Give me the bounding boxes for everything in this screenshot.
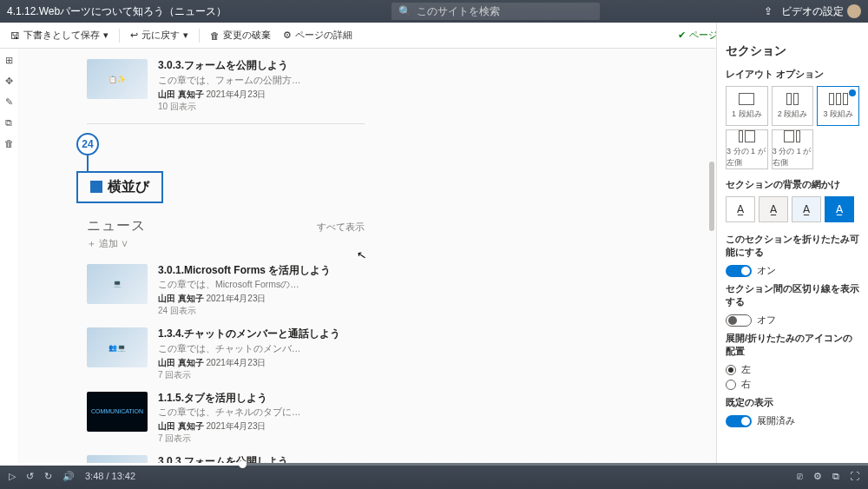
news-item-byline: 山田 真知子 2021年4月23日 [158, 89, 365, 101]
pane-heading: セクション [726, 43, 859, 59]
news-see-all-link[interactable]: すべて表示 [317, 221, 365, 234]
share-icon[interactable]: ⇪ [764, 5, 773, 17]
copy-section-button[interactable]: ⧉ [3, 116, 15, 129]
icon-position-label: 展開/折りたたみのアイコンの配置 [726, 332, 859, 358]
site-search[interactable]: 🔍 このサイトを検索 [391, 3, 600, 20]
video-settings-button[interactable]: ビデオの設定 [781, 4, 861, 19]
layout-option[interactable]: 2 段組み [772, 86, 814, 126]
captions-button[interactable]: ⎚ [797, 471, 803, 482]
chevron-down-icon: ▾ [183, 30, 188, 41]
callout-label: 横並び [108, 178, 149, 196]
news-item-views: 7 回表示 [158, 369, 365, 381]
news-item[interactable]: 📋✨ 3.0.3.フォームを公開しよう この章では、フォームの公開方… 山田 真… [87, 54, 365, 118]
news-thumbnail: 💻 [87, 455, 148, 463]
discard-changes-button[interactable]: 🗑 変更の破棄 [207, 26, 274, 44]
layout-option[interactable]: 3 分の 1 が右側 [772, 129, 814, 169]
collapsible-toggle[interactable]: オン [726, 264, 859, 277]
tutorial-callout: 24 横並び [76, 133, 716, 203]
forward-button[interactable]: ↻ [44, 471, 52, 482]
shade-neutral[interactable]: A̲ [759, 196, 788, 222]
canvas-scrollbar[interactable] [709, 162, 714, 231]
section-properties-pane: セクション レイアウト オプション 1 段組み2 段組み3 段組み3 分の 1 … [716, 23, 868, 463]
video-progress-bar[interactable] [0, 463, 868, 466]
news-item-byline: 山田 真知子 2021年4月23日 [158, 357, 365, 369]
divider [87, 123, 365, 124]
layout-option[interactable]: 3 段組み [817, 86, 859, 126]
news-item-byline: 山田 真知子 2021年4月23日 [158, 293, 365, 305]
layout-options-label: レイアウト オプション [726, 68, 859, 81]
section-shading-options: A̲ A̲ A̲ A̲ [726, 196, 859, 222]
avatar [847, 4, 861, 18]
news-webpart-header: ニュース すべて表示 [87, 217, 365, 235]
default-state-toggle[interactable]: 展開済み [726, 414, 859, 427]
news-item[interactable]: 💻 3.0.3.フォームを公開しよう この章では、フォームの公開方… 山田 真知… [87, 450, 365, 463]
video-title-bar: 4.1.12.Webパーツについて知ろう（ニュース） 🔍 このサイトを検索 ⇪ … [0, 0, 868, 23]
collapsible-label: このセクションを折りたたみ可能にする [726, 233, 859, 259]
news-thumbnail: 📋✨ [87, 59, 148, 99]
chevron-down-icon: ▾ [103, 30, 108, 41]
default-state-label: 既定の表示 [726, 396, 859, 409]
volume-button[interactable]: 🔊 [62, 471, 75, 482]
news-item-title: 3.0.3.フォームを公開しよう [158, 455, 365, 463]
news-item[interactable]: 👥💻 1.3.4.チャットのメンバーと通話しよう この章では、チャットのメンバ…… [87, 322, 365, 387]
fullscreen-button[interactable]: ⛶ [850, 471, 859, 482]
settings-gear-icon[interactable]: ⚙ [813, 471, 822, 482]
section-toolbox-rail: ⊞ ✥ ✎ ⧉ 🗑 [0, 49, 17, 463]
pip-button[interactable]: ⧉ [832, 471, 839, 482]
news-item-views: 7 回表示 [158, 433, 365, 445]
shade-none[interactable]: A̲ [726, 196, 755, 222]
news-item-desc: この章では、チャットのメンバ… [158, 343, 340, 355]
move-section-button[interactable]: ✥ [3, 75, 15, 87]
about-video-link[interactable]: ビデオについて ⧉ [736, 28, 812, 41]
rewind-button[interactable]: ↺ [26, 471, 34, 482]
add-section-button[interactable]: ⊞ [3, 54, 15, 66]
news-item-title: 1.1.5.タブを活用しよう [158, 392, 365, 406]
news-item-byline: 山田 真知子 2021年4月23日 [158, 420, 365, 433]
edit-section-button[interactable]: ✎ [3, 96, 15, 108]
callout-step-badge: 24 [76, 133, 99, 155]
layout-option[interactable]: 1 段組み [726, 86, 768, 126]
news-thumbnail: 💻 [87, 264, 148, 304]
news-item-desc: この章では、チャネルのタブに… [158, 406, 340, 419]
section-shading-label: セクションの背景の網かけ [726, 178, 859, 191]
page-canvas: 📋✨ 3.0.3.フォームを公開しよう この章では、フォームの公開方… 山田 真… [17, 49, 716, 463]
video-sublinks: ビデオについて ⧉ ヘルプ ⧉ [736, 23, 868, 45]
news-item-desc: この章では、Microsoft Formsの… [158, 279, 340, 291]
news-item-desc: この章では、フォームの公開方… [158, 75, 340, 87]
video-time: 3:48 / 13:42 [85, 471, 135, 481]
news-item-title: 3.0.1.Microsoft Forms を活用しよう [158, 264, 365, 278]
news-heading[interactable]: ニュース [87, 217, 146, 235]
news-thumbnail: 👥💻 [87, 327, 148, 367]
news-thumbnail: COMMUNICATION [87, 392, 148, 432]
search-placeholder: このサイトを検索 [417, 4, 500, 19]
save-draft-button[interactable]: 🖫 下書きとして保存 ▾ [7, 26, 112, 44]
news-item[interactable]: COMMUNICATION 1.1.5.タブを活用しよう この章では、チャネルの… [87, 387, 365, 451]
help-link[interactable]: ヘルプ ⧉ [821, 28, 859, 41]
layout-option[interactable]: 3 分の 1 が左側 [726, 129, 768, 169]
search-icon: 🔍 [398, 5, 411, 17]
shade-soft[interactable]: A̲ [792, 196, 821, 222]
undo-button[interactable]: ↩ 元に戻す ▾ [127, 26, 192, 44]
play-button[interactable]: ▷ [9, 471, 16, 482]
delete-section-button[interactable]: 🗑 [3, 137, 15, 149]
news-add-button[interactable]: ＋ 追加 ∨ [87, 237, 716, 250]
news-item-views: 10 回表示 [158, 101, 365, 113]
page-details-button[interactable]: ⚙ ページの詳細 [279, 26, 356, 44]
divider-label: セクション間の区切り線を表示する [726, 282, 859, 308]
news-item[interactable]: 💻 3.0.1.Microsoft Forms を活用しよう この章では、Mic… [87, 259, 365, 323]
video-control-bar: ▷ ↺ ↻ 🔊 3:48 / 13:42 ⎚ ⚙ ⧉ ⛶ [0, 463, 868, 489]
news-item-title: 1.3.4.チャットのメンバーと通話しよう [158, 327, 365, 341]
news-item-views: 24 回表示 [158, 305, 365, 317]
shade-strong[interactable]: A̲ [825, 196, 854, 222]
divider-toggle[interactable]: オフ [726, 314, 859, 327]
video-title: 4.1.12.Webパーツについて知ろう（ニュース） [7, 4, 227, 19]
icon-pos-left[interactable]: 左 [726, 363, 859, 376]
icon-pos-right[interactable]: 右 [726, 378, 859, 391]
news-item-title: 3.0.3.フォームを公開しよう [158, 59, 365, 73]
callout-square-icon [90, 181, 102, 193]
mouse-cursor: ↖ [356, 248, 367, 262]
